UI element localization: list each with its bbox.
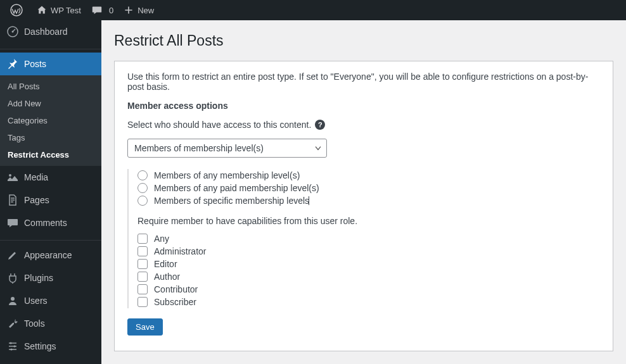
main-content: Restrict All Posts Use this form to rest…	[101, 20, 626, 364]
role-contributor[interactable]: Contributor	[137, 283, 600, 296]
comments-link[interactable]: 0	[86, 0, 118, 20]
radio-specific-level[interactable]: Members of specific membership levels	[137, 194, 600, 207]
submenu-posts: All Posts Add New Categories Tags Restri…	[0, 75, 101, 166]
wp-logo[interactable]	[5, 0, 32, 20]
access-select-value: Members of membership level(s)	[127, 139, 327, 158]
home-icon	[37, 5, 47, 15]
radio-specific-level-input[interactable]	[137, 196, 148, 206]
tools-icon	[6, 317, 19, 330]
menu-separator	[0, 237, 101, 241]
comments-count: 0	[109, 6, 113, 15]
appearance-icon	[6, 249, 19, 261]
role-editor[interactable]: Editor	[137, 258, 600, 270]
comments-icon	[6, 217, 19, 229]
dashboard-icon	[6, 25, 19, 38]
radio-any-level[interactable]: Members of any membership level(s)	[137, 169, 600, 182]
radio-paid-level-input[interactable]	[137, 183, 148, 193]
membership-options: Members of any membership level(s) Membe…	[127, 169, 600, 308]
page-title: Restrict All Posts	[114, 32, 613, 49]
role-subscriber-checkbox[interactable]	[137, 297, 148, 307]
menu-tools[interactable]: Tools	[0, 312, 101, 335]
section-label: Member access options	[127, 101, 600, 111]
role-editor-checkbox[interactable]	[137, 259, 148, 269]
role-administrator[interactable]: Administrator	[137, 245, 600, 258]
media-icon	[6, 171, 19, 184]
plus-icon	[124, 5, 134, 15]
text-cursor	[309, 196, 309, 205]
submenu-tags[interactable]: Tags	[0, 129, 101, 146]
pin-icon	[6, 58, 19, 70]
site-name-link[interactable]: WP Test	[32, 0, 86, 20]
svg-point-6	[10, 348, 12, 350]
comment-icon	[91, 4, 103, 16]
role-administrator-checkbox[interactable]	[137, 246, 148, 256]
select-help-row: Select who should have access to this co…	[127, 120, 600, 130]
menu-posts[interactable]: Posts	[0, 53, 101, 75]
svg-point-4	[10, 342, 11, 344]
svg-point-2	[12, 31, 14, 33]
menu-settings[interactable]: Settings	[0, 335, 101, 358]
admin-bar: WP Test 0 New	[0, 0, 626, 20]
intro-text: Use this form to restrict an entire post…	[127, 72, 600, 92]
role-author-checkbox[interactable]	[137, 272, 148, 282]
submenu-restrict-access[interactable]: Restrict Access	[0, 146, 101, 163]
radio-any-level-input[interactable]	[137, 170, 148, 180]
radio-paid-level[interactable]: Members of any paid membership level(s)	[137, 182, 600, 194]
menu-appearance[interactable]: Appearance	[0, 244, 101, 267]
new-content-link[interactable]: New	[118, 0, 159, 20]
svg-point-5	[13, 345, 15, 347]
role-any[interactable]: Any	[137, 232, 600, 245]
role-subscriber[interactable]: Subscriber	[137, 296, 600, 308]
role-author[interactable]: Author	[137, 270, 600, 283]
settings-panel: Use this form to restrict an entire post…	[114, 61, 613, 351]
role-label: Require member to have capabilities from…	[137, 216, 600, 226]
wordpress-icon	[10, 4, 23, 16]
users-icon	[6, 294, 19, 307]
admin-sidebar: Dashboard Posts All Posts Add New Catego…	[0, 20, 101, 364]
menu-dashboard[interactable]: Dashboard	[0, 20, 101, 43]
svg-point-3	[11, 297, 15, 301]
menu-plugins[interactable]: Plugins	[0, 267, 101, 289]
menu-pages[interactable]: Pages	[0, 189, 101, 211]
menu-media[interactable]: Media	[0, 166, 101, 189]
role-contributor-checkbox[interactable]	[137, 284, 148, 294]
pages-icon	[6, 194, 19, 206]
submenu-categories[interactable]: Categories	[0, 112, 101, 129]
menu-users[interactable]: Users	[0, 289, 101, 312]
save-button[interactable]: Save	[127, 318, 163, 336]
submenu-add-new[interactable]: Add New	[0, 95, 101, 112]
access-select[interactable]: Members of membership level(s)	[127, 139, 327, 158]
site-name: WP Test	[51, 6, 81, 15]
help-icon[interactable]: ?	[315, 120, 325, 130]
settings-icon	[6, 340, 19, 353]
role-any-checkbox[interactable]	[137, 234, 148, 244]
submenu-all-posts[interactable]: All Posts	[0, 78, 101, 95]
new-label: New	[137, 6, 154, 15]
menu-comments[interactable]: Comments	[0, 211, 101, 234]
menu-separator	[0, 46, 101, 49]
plugins-icon	[6, 272, 19, 284]
select-help-text: Select who should have access to this co…	[127, 120, 311, 130]
